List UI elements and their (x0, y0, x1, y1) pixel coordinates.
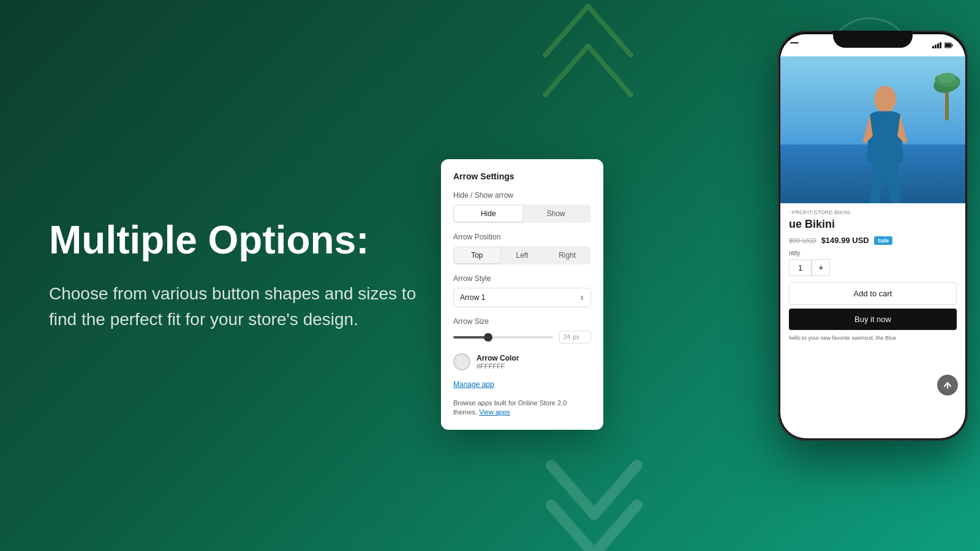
page-title: Multiple Options: (49, 219, 429, 261)
quantity-value: 1 (789, 260, 812, 276)
svg-point-14 (874, 86, 896, 113)
model-figure (854, 81, 916, 203)
svg-rect-2 (790, 42, 799, 43)
size-slider-container: 24 px (453, 331, 591, 343)
price-new: $149.99 USD (821, 236, 869, 245)
settings-panel: Arrow Settings Hide / Show arrow Hide Sh… (441, 159, 603, 430)
page-description: Choose from various button shapes and si… (49, 281, 429, 332)
product-description: hello to your new favorite swimsuit, the… (789, 335, 957, 342)
style-section: Arrow Style Arrow 1 ⬍ (453, 274, 591, 307)
scroll-to-top-button[interactable] (937, 375, 958, 395)
hide-show-label: Hide / Show arrow (453, 191, 591, 200)
signal-icon (932, 42, 942, 48)
palm-tree-icon (932, 59, 962, 121)
phone-screen: 🔍 (780, 34, 965, 438)
phone-mockup: 🔍 (778, 31, 968, 441)
size-section: Arrow Size 24 px (453, 317, 591, 343)
style-label: Arrow Style (453, 274, 591, 283)
price-old: $99 USD (789, 237, 816, 244)
manage-app-link[interactable]: Manage app (453, 380, 591, 389)
svg-rect-4 (935, 45, 937, 48)
color-hex: #FFFFFF (477, 362, 519, 370)
color-info: Arrow Color #FFFFFF (477, 354, 519, 370)
quantity-plus-button[interactable]: + (812, 259, 830, 276)
style-value: Arrow 1 (460, 293, 485, 302)
svg-rect-5 (937, 43, 939, 48)
style-dropdown[interactable]: Arrow 1 ⬍ (453, 288, 591, 307)
hide-show-toggle[interactable]: Hide Show (453, 204, 591, 223)
position-toggle[interactable]: Top Left Right (453, 246, 591, 264)
quantity-label: ntity (789, 250, 957, 257)
slider-fill (453, 336, 488, 339)
right-section: Arrow Settings Hide / Show arrow Hide Sh… (429, 0, 980, 551)
product-name: ue Bikini (789, 218, 957, 231)
panel-title: Arrow Settings (453, 171, 591, 181)
size-unit: px (573, 334, 579, 340)
add-to-cart-button[interactable]: Add to cart (789, 282, 957, 305)
color-swatch[interactable] (453, 353, 470, 370)
color-row: Arrow Color #FFFFFF (453, 353, 591, 370)
svg-rect-9 (945, 43, 951, 47)
phone-notch (833, 31, 913, 48)
position-top-button[interactable]: Top (454, 247, 500, 263)
price-row: $99 USD $149.99 USD Sale (789, 236, 957, 245)
status-bar-icons (790, 42, 799, 48)
size-number: 24 (564, 334, 570, 340)
quantity-controls: 1 + (789, 259, 957, 276)
svg-rect-6 (940, 42, 941, 48)
size-value-display[interactable]: 24 px (559, 331, 591, 343)
position-right-button[interactable]: Right (545, 247, 590, 263)
scroll-top-icon (943, 381, 952, 389)
hide-button[interactable]: Hide (454, 206, 522, 222)
size-label: Arrow Size (453, 317, 591, 326)
size-slider-track[interactable] (453, 336, 553, 339)
position-label: Arrow Position (453, 233, 591, 241)
position-left-button[interactable]: Left (500, 247, 545, 263)
color-section: Arrow Color #FFFFFF (453, 353, 591, 370)
show-button[interactable]: Show (522, 206, 590, 222)
slider-thumb[interactable] (484, 333, 492, 342)
sale-badge: Sale (874, 236, 893, 245)
buy-now-button[interactable]: Buy it now (789, 309, 957, 330)
position-section: Arrow Position Top Left Right (453, 233, 591, 264)
left-content: Multiple Options: Choose from various bu… (49, 219, 429, 332)
browse-text: Browse apps built for Online Store 2.0 t… (453, 399, 591, 418)
view-apps-link[interactable]: View apps (479, 408, 510, 416)
hide-show-section: Hide / Show arrow Hide Show (453, 191, 591, 223)
product-image: 🔍 (780, 56, 965, 203)
dropdown-arrow-icon: ⬍ (579, 294, 584, 301)
product-breadcrumb: ⁻PROFIT-STORE-BIKINI (789, 209, 957, 216)
svg-rect-3 (932, 46, 934, 48)
color-label: Arrow Color (477, 354, 519, 362)
svg-rect-8 (952, 44, 953, 47)
battery-icon (944, 42, 953, 48)
product-info: ⁻PROFIT-STORE-BIKINI ue Bikini $99 USD $… (780, 203, 965, 348)
